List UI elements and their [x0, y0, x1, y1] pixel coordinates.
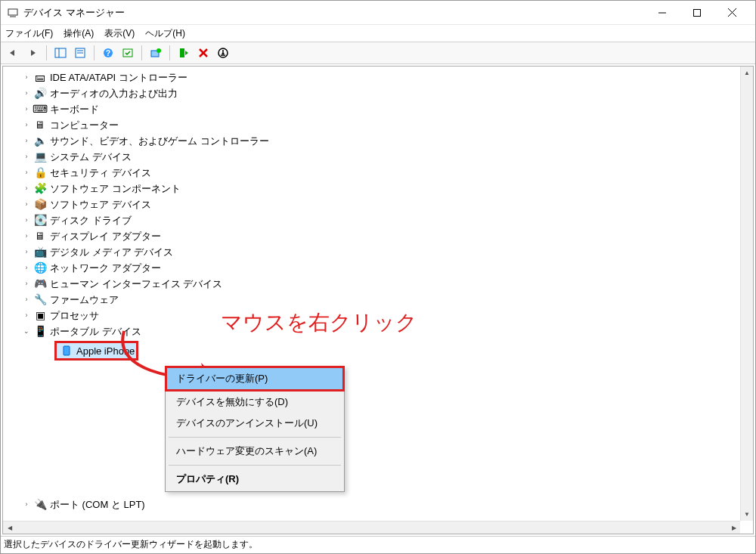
- scroll-down-icon[interactable]: ▼: [741, 508, 753, 521]
- tree-node[interactable]: ›💻システム デバイス: [3, 149, 753, 165]
- tree-node[interactable]: ›🖥コンピューター: [3, 117, 753, 133]
- svg-rect-0: [8, 9, 17, 15]
- expand-icon[interactable]: ›: [21, 263, 32, 274]
- vertical-scrollbar[interactable]: ▲ ▼: [740, 67, 753, 521]
- tree-node-label: コンピューター: [50, 117, 119, 133]
- expand-icon[interactable]: ›: [21, 104, 32, 115]
- expand-icon[interactable]: ›: [21, 73, 32, 83]
- svg-point-15: [156, 48, 161, 53]
- uninstall-device-button[interactable]: [194, 44, 212, 62]
- menu-separator: [169, 437, 341, 438]
- scroll-left-icon[interactable]: ◀: [3, 522, 16, 534]
- tree-node[interactable]: ›🌐ネットワーク アダプター: [3, 260, 753, 276]
- tree-node-label: ディスプレイ アダプター: [50, 228, 161, 244]
- tree-node-label: IDE ATA/ATAPI コントローラー: [50, 70, 187, 85]
- device-category-icon: 📱: [33, 326, 47, 338]
- tree-node[interactable]: ›💽ディスク ドライブ: [3, 212, 753, 228]
- tree-node-label: ソフトウェア コンポーネント: [50, 181, 181, 197]
- tree-node-label: オーディオの入力および出力: [50, 85, 178, 101]
- expand-icon[interactable]: ›: [21, 136, 32, 147]
- toolbar: ?: [1, 42, 755, 64]
- expand-icon[interactable]: ›: [21, 247, 32, 258]
- statusbar-text: 選択したデバイスのドライバー更新ウィザードを起動します。: [4, 538, 258, 551]
- device-category-icon: 🖴: [33, 72, 47, 84]
- menu-view[interactable]: 表示(V): [104, 27, 135, 40]
- update-driver-button[interactable]: [147, 44, 165, 62]
- horizontal-scrollbar[interactable]: ◀ ▶: [3, 521, 740, 534]
- help-button[interactable]: ?: [99, 44, 117, 62]
- selected-device-label: Apple iPhone: [76, 343, 135, 359]
- maximize-button[interactable]: [680, 2, 714, 24]
- expand-icon[interactable]: ›: [21, 200, 32, 210]
- back-button[interactable]: [4, 44, 22, 62]
- device-tree[interactable]: ›🖴IDE ATA/ATAPI コントローラー›🔊オーディオの入力および出力›⌨…: [3, 67, 753, 515]
- device-category-icon: 🔌: [33, 499, 47, 511]
- svg-rect-1: [10, 16, 16, 17]
- tree-node-label: ポート (COM と LPT): [50, 497, 145, 512]
- menu-file[interactable]: ファイル(F): [5, 27, 53, 40]
- close-button[interactable]: [714, 2, 749, 24]
- window-title: デバイス マネージャー: [23, 6, 645, 20]
- tree-node[interactable]: ›🔒セキュリティ デバイス: [3, 165, 753, 181]
- tree-node[interactable]: ›🔌ポート (COM と LPT): [3, 497, 753, 512]
- show-hide-tree-button[interactable]: [51, 44, 70, 62]
- minimize-button[interactable]: [645, 2, 680, 24]
- expand-icon[interactable]: ›: [21, 215, 32, 226]
- device-category-icon: 🎮: [33, 278, 47, 290]
- tree-node-label: ディスク ドライブ: [50, 212, 132, 228]
- tree-node-label: ファームウェア: [50, 292, 119, 308]
- context-menu-item[interactable]: プロパティ(R): [167, 469, 342, 490]
- tree-node[interactable]: ›🎮ヒューマン インターフェイス デバイス: [3, 276, 753, 292]
- tree-node[interactable]: ›🔊オーディオの入力および出力: [3, 85, 753, 101]
- forward-button[interactable]: [23, 44, 42, 62]
- tree-node[interactable]: ›🔈サウンド、ビデオ、およびゲーム コントローラー: [3, 133, 753, 149]
- context-menu: ドライバーの更新(P)デバイスを無効にする(D)デバイスのアンインストール(U)…: [165, 366, 345, 492]
- selected-device[interactable]: Apple iPhone: [54, 341, 138, 361]
- expand-icon[interactable]: ›: [21, 88, 32, 99]
- tree-node[interactable]: ›🧩ソフトウェア コンポーネント: [3, 181, 753, 197]
- context-menu-item[interactable]: ドライバーの更新(P): [165, 366, 345, 392]
- device-category-icon: 💻: [33, 151, 47, 163]
- menubar: ファイル(F) 操作(A) 表示(V) ヘルプ(H): [1, 25, 755, 42]
- annotation-text: マウスを右クリック: [221, 308, 417, 337]
- enable-device-button[interactable]: [175, 44, 193, 62]
- expand-icon[interactable]: ›: [21, 152, 32, 162]
- expand-icon[interactable]: ›: [21, 231, 32, 242]
- tree-node[interactable]: ›📦ソフトウェア デバイス: [3, 197, 753, 212]
- disable-device-button[interactable]: [214, 44, 232, 62]
- scroll-right-icon[interactable]: ▶: [727, 522, 740, 534]
- device-category-icon: 📦: [33, 199, 47, 211]
- device-category-icon: 🖥: [33, 119, 47, 132]
- device-tree-panel: ›🖴IDE ATA/ATAPI コントローラー›🔊オーディオの入力および出力›⌨…: [2, 66, 754, 534]
- tree-node-label: サウンド、ビデオ、およびゲーム コントローラー: [50, 133, 269, 149]
- tree-node[interactable]: ›📺デジタル メディア デバイス: [3, 244, 753, 260]
- expand-icon[interactable]: ›: [21, 120, 32, 131]
- svg-rect-16: [180, 48, 184, 57]
- expand-icon[interactable]: ›: [21, 184, 32, 194]
- collapse-icon[interactable]: ⌄: [21, 327, 32, 337]
- expand-icon[interactable]: ›: [21, 295, 32, 305]
- device-category-icon: 🌐: [33, 262, 47, 274]
- expand-icon[interactable]: ›: [21, 311, 32, 321]
- device-category-icon: 🧩: [33, 183, 47, 195]
- context-menu-item[interactable]: デバイスのアンインストール(U): [167, 413, 342, 434]
- tree-node[interactable]: ›🖴IDE ATA/ATAPI コントローラー: [3, 70, 753, 85]
- device-category-icon: 🔒: [33, 167, 47, 179]
- menu-action[interactable]: 操作(A): [64, 27, 94, 40]
- properties-button[interactable]: [71, 44, 89, 62]
- tree-node[interactable]: ›🔧ファームウェア: [3, 292, 753, 308]
- expand-icon[interactable]: ›: [21, 279, 32, 289]
- tree-node[interactable]: ›⌨キーボード: [3, 101, 753, 117]
- scan-button[interactable]: [119, 44, 137, 62]
- menu-help[interactable]: ヘルプ(H): [145, 27, 185, 40]
- titlebar: デバイス マネージャー: [1, 1, 755, 25]
- tree-node[interactable]: ›🖥ディスプレイ アダプター: [3, 228, 753, 244]
- device-category-icon: 🔧: [33, 294, 47, 306]
- device-icon: [60, 345, 73, 357]
- context-menu-item[interactable]: デバイスを無効にする(D): [167, 392, 342, 413]
- context-menu-item[interactable]: ハードウェア変更のスキャン(A): [167, 441, 342, 462]
- scroll-up-icon[interactable]: ▲: [741, 67, 753, 79]
- expand-icon[interactable]: ›: [21, 168, 32, 178]
- statusbar: 選択したデバイスのドライバー更新ウィザードを起動します。: [1, 536, 755, 552]
- expand-icon[interactable]: ›: [21, 500, 32, 510]
